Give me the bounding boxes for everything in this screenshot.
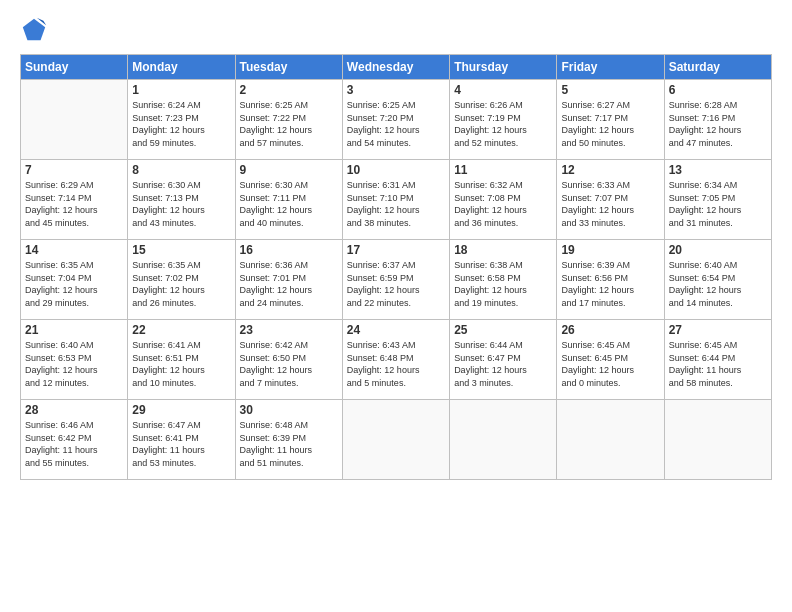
calendar-cell (557, 400, 664, 480)
day-info: Sunrise: 6:40 AM Sunset: 6:53 PM Dayligh… (25, 339, 123, 389)
calendar-cell: 4Sunrise: 6:26 AM Sunset: 7:19 PM Daylig… (450, 80, 557, 160)
day-number: 13 (669, 163, 767, 177)
calendar-header-wednesday: Wednesday (342, 55, 449, 80)
day-info: Sunrise: 6:39 AM Sunset: 6:56 PM Dayligh… (561, 259, 659, 309)
day-info: Sunrise: 6:46 AM Sunset: 6:42 PM Dayligh… (25, 419, 123, 469)
day-number: 21 (25, 323, 123, 337)
calendar-cell: 29Sunrise: 6:47 AM Sunset: 6:41 PM Dayli… (128, 400, 235, 480)
day-info: Sunrise: 6:45 AM Sunset: 6:44 PM Dayligh… (669, 339, 767, 389)
calendar-cell: 12Sunrise: 6:33 AM Sunset: 7:07 PM Dayli… (557, 160, 664, 240)
calendar-cell: 24Sunrise: 6:43 AM Sunset: 6:48 PM Dayli… (342, 320, 449, 400)
calendar-cell: 30Sunrise: 6:48 AM Sunset: 6:39 PM Dayli… (235, 400, 342, 480)
calendar-cell (21, 80, 128, 160)
day-number: 15 (132, 243, 230, 257)
calendar-cell (664, 400, 771, 480)
day-number: 3 (347, 83, 445, 97)
calendar-cell: 14Sunrise: 6:35 AM Sunset: 7:04 PM Dayli… (21, 240, 128, 320)
calendar-header-monday: Monday (128, 55, 235, 80)
day-info: Sunrise: 6:34 AM Sunset: 7:05 PM Dayligh… (669, 179, 767, 229)
day-info: Sunrise: 6:28 AM Sunset: 7:16 PM Dayligh… (669, 99, 767, 149)
day-number: 12 (561, 163, 659, 177)
day-info: Sunrise: 6:25 AM Sunset: 7:22 PM Dayligh… (240, 99, 338, 149)
day-info: Sunrise: 6:29 AM Sunset: 7:14 PM Dayligh… (25, 179, 123, 229)
calendar-header-thursday: Thursday (450, 55, 557, 80)
day-info: Sunrise: 6:30 AM Sunset: 7:11 PM Dayligh… (240, 179, 338, 229)
day-info: Sunrise: 6:24 AM Sunset: 7:23 PM Dayligh… (132, 99, 230, 149)
calendar-header-sunday: Sunday (21, 55, 128, 80)
day-info: Sunrise: 6:43 AM Sunset: 6:48 PM Dayligh… (347, 339, 445, 389)
day-info: Sunrise: 6:35 AM Sunset: 7:02 PM Dayligh… (132, 259, 230, 309)
calendar-cell: 2Sunrise: 6:25 AM Sunset: 7:22 PM Daylig… (235, 80, 342, 160)
calendar-cell: 8Sunrise: 6:30 AM Sunset: 7:13 PM Daylig… (128, 160, 235, 240)
day-number: 8 (132, 163, 230, 177)
day-info: Sunrise: 6:30 AM Sunset: 7:13 PM Dayligh… (132, 179, 230, 229)
day-info: Sunrise: 6:40 AM Sunset: 6:54 PM Dayligh… (669, 259, 767, 309)
calendar-cell: 27Sunrise: 6:45 AM Sunset: 6:44 PM Dayli… (664, 320, 771, 400)
calendar-cell: 10Sunrise: 6:31 AM Sunset: 7:10 PM Dayli… (342, 160, 449, 240)
day-number: 24 (347, 323, 445, 337)
day-number: 23 (240, 323, 338, 337)
calendar-cell: 6Sunrise: 6:28 AM Sunset: 7:16 PM Daylig… (664, 80, 771, 160)
day-number: 28 (25, 403, 123, 417)
day-number: 9 (240, 163, 338, 177)
day-info: Sunrise: 6:35 AM Sunset: 7:04 PM Dayligh… (25, 259, 123, 309)
day-info: Sunrise: 6:45 AM Sunset: 6:45 PM Dayligh… (561, 339, 659, 389)
calendar-cell: 13Sunrise: 6:34 AM Sunset: 7:05 PM Dayli… (664, 160, 771, 240)
day-info: Sunrise: 6:37 AM Sunset: 6:59 PM Dayligh… (347, 259, 445, 309)
day-info: Sunrise: 6:32 AM Sunset: 7:08 PM Dayligh… (454, 179, 552, 229)
day-number: 25 (454, 323, 552, 337)
calendar-cell: 22Sunrise: 6:41 AM Sunset: 6:51 PM Dayli… (128, 320, 235, 400)
day-number: 22 (132, 323, 230, 337)
calendar-cell: 21Sunrise: 6:40 AM Sunset: 6:53 PM Dayli… (21, 320, 128, 400)
logo-icon (20, 16, 48, 44)
calendar-cell: 16Sunrise: 6:36 AM Sunset: 7:01 PM Dayli… (235, 240, 342, 320)
svg-marker-0 (23, 19, 45, 40)
day-number: 6 (669, 83, 767, 97)
calendar-cell: 18Sunrise: 6:38 AM Sunset: 6:58 PM Dayli… (450, 240, 557, 320)
calendar-header-tuesday: Tuesday (235, 55, 342, 80)
calendar-cell: 17Sunrise: 6:37 AM Sunset: 6:59 PM Dayli… (342, 240, 449, 320)
day-number: 26 (561, 323, 659, 337)
calendar-cell: 19Sunrise: 6:39 AM Sunset: 6:56 PM Dayli… (557, 240, 664, 320)
day-info: Sunrise: 6:31 AM Sunset: 7:10 PM Dayligh… (347, 179, 445, 229)
day-number: 17 (347, 243, 445, 257)
day-number: 30 (240, 403, 338, 417)
day-number: 29 (132, 403, 230, 417)
calendar-cell: 1Sunrise: 6:24 AM Sunset: 7:23 PM Daylig… (128, 80, 235, 160)
day-number: 14 (25, 243, 123, 257)
day-number: 16 (240, 243, 338, 257)
calendar-cell: 3Sunrise: 6:25 AM Sunset: 7:20 PM Daylig… (342, 80, 449, 160)
day-number: 10 (347, 163, 445, 177)
calendar-cell: 5Sunrise: 6:27 AM Sunset: 7:17 PM Daylig… (557, 80, 664, 160)
calendar-cell: 23Sunrise: 6:42 AM Sunset: 6:50 PM Dayli… (235, 320, 342, 400)
day-info: Sunrise: 6:42 AM Sunset: 6:50 PM Dayligh… (240, 339, 338, 389)
day-info: Sunrise: 6:33 AM Sunset: 7:07 PM Dayligh… (561, 179, 659, 229)
calendar-cell: 26Sunrise: 6:45 AM Sunset: 6:45 PM Dayli… (557, 320, 664, 400)
calendar-cell: 25Sunrise: 6:44 AM Sunset: 6:47 PM Dayli… (450, 320, 557, 400)
day-number: 1 (132, 83, 230, 97)
day-number: 7 (25, 163, 123, 177)
day-number: 2 (240, 83, 338, 97)
day-number: 18 (454, 243, 552, 257)
calendar-cell: 20Sunrise: 6:40 AM Sunset: 6:54 PM Dayli… (664, 240, 771, 320)
calendar-cell: 7Sunrise: 6:29 AM Sunset: 7:14 PM Daylig… (21, 160, 128, 240)
calendar-header-friday: Friday (557, 55, 664, 80)
calendar-cell: 11Sunrise: 6:32 AM Sunset: 7:08 PM Dayli… (450, 160, 557, 240)
calendar-cell: 15Sunrise: 6:35 AM Sunset: 7:02 PM Dayli… (128, 240, 235, 320)
calendar-table: SundayMondayTuesdayWednesdayThursdayFrid… (20, 54, 772, 480)
day-number: 27 (669, 323, 767, 337)
calendar-cell: 9Sunrise: 6:30 AM Sunset: 7:11 PM Daylig… (235, 160, 342, 240)
calendar-header-saturday: Saturday (664, 55, 771, 80)
day-info: Sunrise: 6:36 AM Sunset: 7:01 PM Dayligh… (240, 259, 338, 309)
day-info: Sunrise: 6:26 AM Sunset: 7:19 PM Dayligh… (454, 99, 552, 149)
day-info: Sunrise: 6:27 AM Sunset: 7:17 PM Dayligh… (561, 99, 659, 149)
day-info: Sunrise: 6:44 AM Sunset: 6:47 PM Dayligh… (454, 339, 552, 389)
day-number: 20 (669, 243, 767, 257)
day-number: 11 (454, 163, 552, 177)
calendar-cell (342, 400, 449, 480)
day-info: Sunrise: 6:41 AM Sunset: 6:51 PM Dayligh… (132, 339, 230, 389)
day-number: 5 (561, 83, 659, 97)
day-info: Sunrise: 6:25 AM Sunset: 7:20 PM Dayligh… (347, 99, 445, 149)
day-info: Sunrise: 6:48 AM Sunset: 6:39 PM Dayligh… (240, 419, 338, 469)
calendar-cell (450, 400, 557, 480)
